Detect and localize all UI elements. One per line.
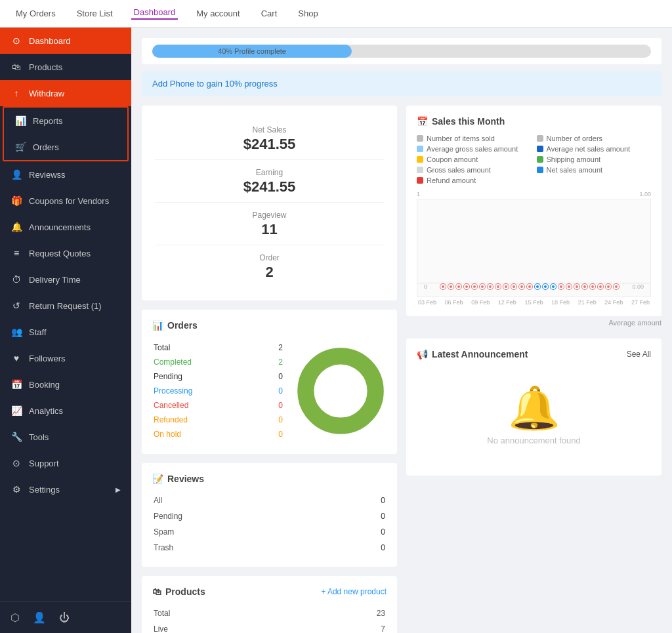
nav-my-account[interactable]: My account (194, 9, 242, 18)
chart-dot (535, 284, 540, 289)
sidebar-item-products[interactable]: 🛍 Products (0, 54, 131, 80)
average-amount-label: Average amount (406, 316, 662, 329)
dashboard-icon: ⊙ (10, 35, 22, 47)
see-all-button[interactable]: See All (627, 350, 651, 359)
sidebar-item-booking[interactable]: 📅 Booking (0, 371, 131, 398)
legend-item: Gross sales amount (417, 166, 532, 174)
sidebar-item-analytics[interactable]: 📈 Analytics (0, 398, 131, 424)
x-label: 21 Feb (578, 299, 597, 306)
nav-store-list[interactable]: Store List (74, 9, 116, 18)
chart-dot (582, 284, 587, 289)
sidebar-item-reviewss[interactable]: 👤 Reviewss (0, 161, 131, 188)
chart-dot (464, 284, 469, 289)
sidebar-item-tools[interactable]: 🔧 Tools (0, 424, 131, 450)
data-points-row: 0 (424, 283, 644, 290)
main-content: 40% Profile complete Add Phone to gain 1… (131, 28, 672, 633)
chart-dot (574, 284, 579, 289)
x-label: 15 Feb (524, 299, 543, 306)
orders-content: Total 2 Completed 2 Pending 0 (152, 338, 387, 443)
sidebar-item-announcements[interactable]: 🔔 Announcements (0, 214, 131, 240)
no-announcement: 🔔 No announcement found (417, 367, 651, 465)
sidebar-item-withdraw[interactable]: ↑ Withdraw (0, 80, 131, 106)
announcement-icon: 📢 (417, 349, 428, 359)
reviews-title: 📝 Reviews (152, 474, 387, 484)
legend-item: Average gross sales amount (417, 145, 532, 153)
chart-dot (558, 284, 564, 289)
order-stat: Order 2 (155, 247, 384, 287)
analytics-icon: 📈 (10, 405, 22, 417)
sidebar-item-coupons[interactable]: 🎁 Coupons for Vendors (0, 188, 131, 214)
x-axis-labels: 03 Feb 06 Feb 09 Feb 12 Feb 15 Feb 18 Fe… (417, 299, 651, 306)
legend-item: Average net sales amount (537, 145, 652, 153)
add-product-button[interactable]: + Add new product (321, 587, 387, 596)
legend-dot (537, 167, 543, 173)
products-card: 🛍 Products + Add new product Total23 Liv… (142, 576, 397, 633)
orders-chart-icon: 📊 (152, 320, 163, 331)
sidebar-item-followers[interactable]: ♥ Followers (0, 345, 131, 371)
chart-dot (614, 284, 619, 289)
table-row: Trash0 (154, 541, 385, 555)
legend-item: Number of items sold (417, 134, 532, 142)
y-max: 1.00 (639, 191, 651, 197)
announcements-icon: 🔔 (10, 221, 22, 233)
sidebar-footer: ⬡ 👤 ⏻ (0, 602, 131, 633)
sidebar-item-support[interactable]: ⊙ Support (0, 450, 131, 476)
legend-item: Number of orders (537, 134, 652, 142)
products-header: 🛍 Products + Add new product (152, 586, 387, 597)
phone-notice[interactable]: Add Phone to gain 10% progress (142, 71, 662, 96)
table-row: Total23 (154, 606, 385, 621)
sidebar-item-return-request[interactable]: ↺ Return Request (1) (0, 293, 131, 319)
chart-dot (519, 284, 524, 289)
followers-icon: ♥ (10, 352, 22, 364)
progress-section: 40% Profile complete (142, 38, 662, 64)
sidebar-item-settings[interactable]: ⚙ Settings ▶ (0, 476, 131, 502)
chart-left-value: 0 (424, 283, 427, 290)
orders-card: 📊 Orders Total 2 Completed 2 (142, 310, 397, 454)
logout-icon[interactable]: ⏻ (59, 612, 70, 624)
legend-dot (537, 135, 543, 142)
chart-dot (606, 284, 611, 289)
withdraw-icon: ↑ (10, 87, 22, 99)
reviews-icon: 📝 (152, 474, 163, 484)
sidebar-item-staff[interactable]: 👥 Staff (0, 319, 131, 345)
right-column: 📅 Sales this Month Number of items sold … (406, 106, 662, 633)
dashboard-grid: Net Sales $241.55 Earning $241.55 Pagevi… (142, 106, 662, 633)
sidebar-item-orders[interactable]: 🛒 Orders (4, 134, 127, 160)
nav-my-orders[interactable]: My Orders (13, 9, 58, 18)
products-table: Total23 Live7 Offline10 Pending Review6 (152, 605, 387, 633)
legend-dot (537, 146, 543, 152)
sidebar-item-dashboard[interactable]: ⊙ Dashboard (0, 28, 131, 54)
orders-icon: 🛒 (14, 141, 26, 153)
chart-dot (440, 284, 446, 289)
earning-stat: Earning $241.55 (155, 161, 384, 203)
sidebar-item-delivery-time[interactable]: ⏱ Delivery Time (0, 266, 131, 293)
nav-shop[interactable]: Shop (295, 9, 320, 18)
table-row: Live7 (154, 622, 385, 633)
tools-icon: 🔧 (10, 431, 22, 443)
legend-dot (417, 135, 423, 142)
legend-dot (417, 177, 423, 184)
sidebar-item-reports[interactable]: 📊 Reports (4, 108, 127, 134)
user-profile-icon[interactable]: 👤 (33, 611, 46, 624)
sidebar-item-request-quotes[interactable]: ≡ Request Quotes (0, 240, 131, 266)
chart-dots (440, 284, 619, 289)
bell-large-icon: 🔔 (508, 387, 560, 429)
table-row: Completed 2 (154, 356, 283, 369)
chart-dot (511, 284, 516, 289)
support-icon: ⊙ (10, 457, 22, 469)
chart-dot (456, 284, 461, 289)
legend-dot (417, 156, 423, 163)
x-label: 03 Feb (418, 299, 436, 306)
stats-card: Net Sales $241.55 Earning $241.55 Pagevi… (142, 106, 397, 300)
external-link-icon[interactable]: ⬡ (10, 611, 20, 624)
nav-dashboard[interactable]: Dashboard (131, 7, 178, 20)
settings-icon: ⚙ (10, 483, 22, 495)
products-section-icon: 🛍 (152, 586, 161, 597)
announcement-header: 📢 Latest Announcement See All (417, 349, 651, 359)
x-label: 27 Feb (631, 299, 650, 306)
top-nav: My Orders Store List Dashboard My accoun… (0, 0, 672, 28)
return-request-icon: ↺ (10, 300, 22, 312)
coupons-icon: 🎁 (10, 195, 22, 207)
x-label: 12 Feb (498, 299, 516, 306)
nav-cart[interactable]: Cart (259, 9, 280, 18)
